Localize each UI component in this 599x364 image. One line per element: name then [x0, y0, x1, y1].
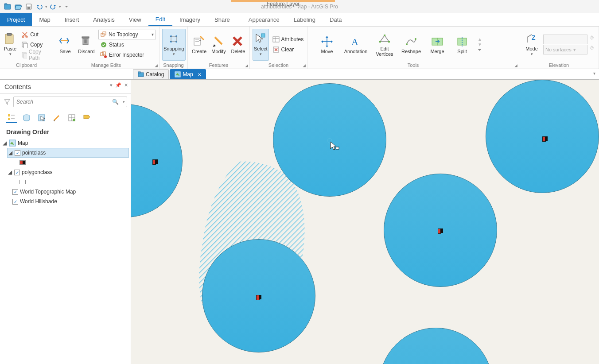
visibility-checkbox[interactable]: ✓	[15, 150, 20, 156]
redo-icon[interactable]	[48, 2, 58, 12]
save-edits-button[interactable]: Save	[56, 29, 74, 61]
annotation-button[interactable]: A Annotation	[342, 29, 370, 61]
tab-data[interactable]: Data	[323, 13, 349, 26]
search-icon: 🔍	[112, 99, 119, 105]
tools-gallery-more-icon[interactable]: ⏷	[478, 47, 482, 52]
discard-button[interactable]: Discard	[76, 29, 97, 61]
group-snapping: Snapping▾ Snapping	[159, 27, 188, 69]
contents-close-icon[interactable]: ✕	[124, 82, 128, 88]
tools-gallery-up-icon[interactable]: ▲	[478, 37, 482, 42]
svg-rect-0	[4, 4, 11, 9]
group-snapping-label: Snapping	[163, 62, 184, 68]
create-button[interactable]: Create	[191, 29, 208, 61]
merge-button[interactable]: Merge	[426, 29, 448, 61]
tab-imagery[interactable]: Imagery	[172, 13, 207, 26]
layer-world-hillshade[interactable]: ✓ World Hillshade	[12, 197, 129, 206]
snapping-button[interactable]: Snapping▾	[162, 29, 186, 61]
error-inspector-button[interactable]: Error Inspector	[98, 50, 156, 60]
tab-appearance[interactable]: Appearance	[241, 13, 287, 26]
paste-button[interactable]: Paste▾	[3, 29, 18, 61]
reshape-button[interactable]: Reshape	[400, 29, 423, 61]
layer-world-topo[interactable]: ✓ World Topographic Map	[12, 187, 129, 197]
svg-rect-5	[27, 7, 30, 9]
tab-mapview[interactable]: Map ✕	[170, 69, 206, 79]
list-by-labeling-icon[interactable]	[82, 112, 92, 123]
list-by-source-icon[interactable]	[21, 112, 32, 123]
map-node[interactable]: ◢ Map	[2, 138, 129, 148]
tab-view[interactable]: View	[122, 13, 148, 26]
status-button[interactable]: Status	[98, 40, 156, 50]
new-project-icon[interactable]	[3, 2, 12, 12]
list-by-snapping-icon[interactable]	[66, 112, 77, 123]
svg-rect-40	[384, 35, 385, 36]
copy-path-button[interactable]: Copy Path	[19, 50, 50, 60]
split-button[interactable]: Split	[452, 29, 472, 61]
select-button[interactable]: Select▾	[253, 29, 269, 61]
elevation-unit-icon[interactable]: ⯑	[588, 35, 595, 44]
tools-gallery-down-icon[interactable]: ▼	[478, 42, 482, 47]
layer-polygonclass[interactable]: ◢ ✓ polygonclass	[7, 167, 129, 177]
view-tabs-menu-icon[interactable]: ▾	[593, 71, 595, 76]
group-tools-label: Tools	[408, 62, 419, 68]
list-by-drawing-order-icon[interactable]	[6, 112, 17, 123]
elevation-value-input[interactable]	[543, 35, 587, 44]
move-button[interactable]: Move	[315, 29, 338, 61]
elevation-pick-icon[interactable]: ⯑	[588, 45, 595, 54]
selection-launcher-icon[interactable]: ◢	[303, 63, 306, 68]
list-by-selection-icon[interactable]	[36, 112, 47, 123]
edit-vertices-button[interactable]: Edit Vertices	[373, 29, 396, 61]
tab-edit[interactable]: Edit	[148, 13, 172, 26]
expand-icon[interactable]: ◢	[7, 169, 12, 175]
map-canvas[interactable]	[131, 80, 599, 364]
visibility-checkbox[interactable]: ✓	[12, 189, 18, 195]
expand-icon[interactable]: ◢	[8, 150, 13, 156]
tools-launcher-icon[interactable]: ◢	[514, 63, 517, 68]
cut-button[interactable]: Cut	[19, 30, 50, 39]
buffer-circle	[379, 328, 493, 364]
point-feature	[256, 295, 261, 299]
delete-button[interactable]: Delete	[229, 29, 247, 61]
pointclass-symbol[interactable]	[19, 158, 129, 167]
main-area: Contents ▾ 📌 ✕ 🔍 ▾ Drawing Order	[0, 80, 599, 364]
tab-map[interactable]: Map	[32, 13, 57, 26]
tab-labeling[interactable]: Labeling	[287, 13, 323, 26]
tab-share[interactable]: Share	[207, 13, 237, 26]
search-dropdown-icon[interactable]: ▾	[123, 100, 125, 104]
contents-title: Contents	[4, 83, 31, 90]
attributes-button[interactable]: Attributes	[271, 35, 306, 44]
ribbon: Paste▾ Cut Copy Copy Path Clipboard Save…	[0, 27, 599, 69]
error-inspector-icon	[100, 51, 107, 58]
visibility-checkbox[interactable]: ✓	[12, 199, 18, 205]
modify-icon	[212, 35, 225, 48]
expand-icon[interactable]: ◢	[2, 140, 7, 146]
undo-dropdown-icon[interactable]: ▾	[45, 4, 47, 9]
qat-customize-icon[interactable]: ⏷	[65, 4, 69, 9]
visibility-checkbox[interactable]: ✓	[14, 170, 20, 175]
undo-icon[interactable]	[35, 2, 44, 12]
tab-insert[interactable]: Insert	[58, 13, 86, 26]
tab-project[interactable]: Project	[0, 13, 32, 26]
search-input[interactable]: 🔍 ▾	[13, 97, 127, 107]
tab-catalog[interactable]: Catalog	[133, 69, 169, 79]
filter-icon[interactable]	[4, 98, 11, 105]
copy-path-icon	[21, 51, 27, 58]
features-launcher-icon[interactable]: ◢	[245, 63, 248, 68]
close-tab-icon[interactable]: ✕	[198, 72, 201, 77]
save-edits-icon	[59, 35, 71, 48]
elevation-surface-combo[interactable]: No surfaces▾	[543, 45, 587, 54]
redo-dropdown-icon[interactable]: ▾	[59, 4, 61, 9]
copy-button[interactable]: Copy	[19, 40, 50, 50]
contents-pin-icon[interactable]: 📌	[115, 82, 121, 88]
save-icon[interactable]	[24, 2, 34, 12]
mode-button[interactable]: Z Mode▾	[522, 29, 541, 61]
open-project-icon[interactable]	[13, 2, 23, 12]
topology-combo[interactable]: No Topology	[98, 30, 156, 39]
contents-options-icon[interactable]: ▾	[110, 82, 113, 88]
list-by-editing-icon[interactable]	[51, 112, 62, 123]
clear-button[interactable]: Clear	[271, 45, 306, 54]
manage-edits-launcher-icon[interactable]: ◢	[155, 63, 158, 68]
layer-pointclass[interactable]: ◢ ✓ pointclass	[7, 148, 129, 158]
tab-analysis[interactable]: Analysis	[86, 13, 121, 26]
modify-button[interactable]: Modify	[210, 29, 228, 61]
polygonclass-symbol[interactable]	[19, 177, 129, 187]
